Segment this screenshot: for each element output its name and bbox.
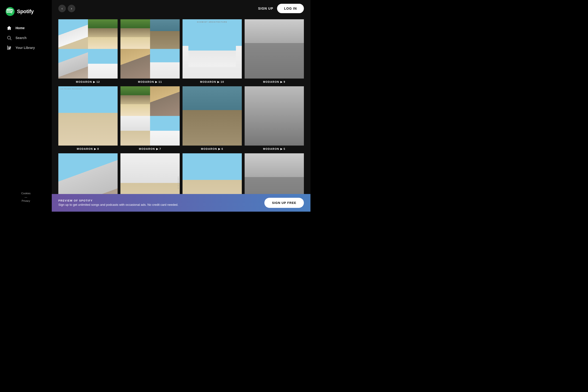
cover-single: SCHMIDT ARCHITECTURE [182,19,242,78]
cover-cell [58,19,88,49]
banner-text-area: PREVIEW OF SPOTIFY Sign up to get unlimi… [58,199,178,206]
sign-up-free-button[interactable]: SIGN UP FREE [264,198,304,208]
album-label-8: MODARON ▶ 8 [77,148,99,150]
cover-cell [120,86,150,116]
sidebar-footer: Cookies — Privacy [0,187,52,207]
home-icon [6,26,12,30]
album-cover-5 [244,86,304,146]
cover-single: RIDGECREST RESIDENCE [182,153,242,194]
album-label-7: MODARON ▶ 7 [139,148,161,150]
sidebar-item-home[interactable]: Home [4,23,48,33]
album-label-11: MODARON ▶ 11 [138,80,162,84]
cover-cell [120,116,150,146]
forward-arrow-icon: › [71,6,72,10]
svg-rect-4 [8,46,9,50]
cover-single: SCHMIDT ARCHITECTURE [58,153,118,194]
cover-cell [150,116,180,146]
album-cover-7 [120,86,180,146]
sidebar-home-label: Home [16,26,25,30]
album-item-7[interactable]: MODARON ▶ 7 [120,86,180,150]
album-item-4[interactable]: SCHMIDT ARCHITECTURE MODARON ▶ 4 [58,153,118,194]
sidebar-search-label: Search [16,36,26,40]
album-item-9[interactable]: MODARON ▶ 9 [244,19,304,84]
cover-single: SCHMIDT ARCHITECTURE [182,86,242,146]
album-cover-3: CANYON BLVD [120,153,180,194]
album-grid: MODARON ▶ 12 MODARON ▶ 11 [58,19,304,194]
cover-cell [88,49,118,78]
cover-cell [120,19,150,49]
album-label-12: MODARON ▶ 12 [76,80,100,84]
album-item-1[interactable]: MODARON ▶ 1 [244,153,304,194]
back-arrow-icon: ‹ [62,6,63,10]
spotify-logo-icon [6,7,14,16]
nav-list: Home Search Your Library [0,23,52,53]
cover-single: CANYON BLVD [120,153,180,194]
album-cover-2: RIDGECREST RESIDENCE [182,153,242,194]
album-cover-12 [58,19,118,78]
album-item-8[interactable]: LAS PALMAS RESIDENCE MODARON ▶ 8 [58,86,118,150]
album-item-5[interactable]: MODARON ▶ 5 [244,86,304,150]
logo-text: Spotify [17,8,34,14]
cover-cell [58,49,88,78]
svg-rect-3 [7,46,8,50]
back-button[interactable]: ‹ [58,5,66,12]
sidebar-item-search[interactable]: Search [4,33,48,43]
cover-cell [150,19,180,49]
cover-cell [120,49,150,78]
album-cover-1 [244,153,304,194]
footer-divider: — [6,196,46,198]
album-label-6: MODARON ▶ 6 [201,148,224,150]
sidebar-item-library[interactable]: Your Library [4,43,48,53]
sign-up-button[interactable]: SIGN UP [258,6,273,10]
log-in-button[interactable]: LOG IN [277,4,304,13]
library-icon [6,45,12,50]
album-cover-8: LAS PALMAS RESIDENCE [58,86,118,146]
cover-single: LAS PALMAS RESIDENCE [58,86,118,146]
cover-cell [150,49,180,78]
grid-scroll[interactable]: MODARON ▶ 12 MODARON ▶ 11 [52,17,310,194]
album-cover-9 [244,19,304,78]
album-label-5: MODARON ▶ 5 [263,148,286,150]
album-item-12[interactable]: MODARON ▶ 12 [58,19,118,84]
svg-line-2 [10,39,11,40]
nav-arrows: ‹ › [58,5,75,12]
app-wrapper: Spotify Home Search [0,0,310,212]
content-area: ‹ › SIGN UP LOG IN [52,0,310,212]
auth-area: SIGN UP LOG IN [258,4,304,13]
privacy-link[interactable]: Privacy [6,200,46,202]
album-item-10[interactable]: SCHMIDT ARCHITECTURE MODARON ▶ 10 [182,19,242,84]
sidebar-library-label: Your Library [16,46,35,50]
preview-banner: PREVIEW OF SPOTIFY Sign up to get unlimi… [52,194,310,212]
album-cover-6: SCHMIDT ARCHITECTURE [182,86,242,146]
album-item-2[interactable]: RIDGECREST RESIDENCE MODARON ▶ 2 [182,153,242,194]
svg-point-1 [8,36,10,39]
cookies-link[interactable]: Cookies [6,192,46,195]
cover-single [244,19,304,78]
logo-area: Spotify [0,5,52,23]
topbar: ‹ › SIGN UP LOG IN [52,0,310,17]
banner-subtitle: Sign up to get unlimited songs and podca… [58,203,178,206]
album-label-9: MODARON ▶ 9 [263,80,286,84]
main-area: Spotify Home Search [0,0,310,212]
album-item-11[interactable]: MODARON ▶ 11 [120,19,180,84]
cover-single [244,153,304,194]
cover-cell [150,86,180,116]
album-label-10: MODARON ▶ 10 [200,80,224,84]
sidebar: Spotify Home Search [0,0,52,212]
album-cover-11 [120,19,180,78]
search-icon [6,35,12,40]
album-item-6[interactable]: SCHMIDT ARCHITECTURE MODARON ▶ 6 [182,86,242,150]
footer-links: Cookies — Privacy [6,192,46,202]
cover-cell [88,19,118,49]
banner-title: PREVIEW OF SPOTIFY [58,199,178,202]
album-cover-4: SCHMIDT ARCHITECTURE [58,153,118,194]
album-cover-10: SCHMIDT ARCHITECTURE [182,19,242,78]
svg-point-0 [6,7,14,16]
forward-button[interactable]: › [68,5,75,12]
album-item-3[interactable]: CANYON BLVD MODARON ▶ 3 [120,153,180,194]
cover-single [244,86,304,146]
